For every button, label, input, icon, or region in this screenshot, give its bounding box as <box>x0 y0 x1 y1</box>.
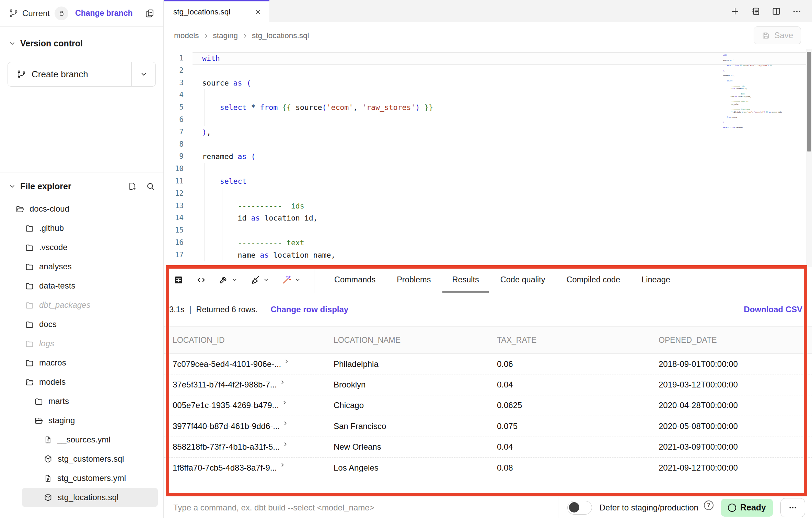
new-tab-icon[interactable] <box>730 7 740 16</box>
create-branch-dropdown[interactable] <box>131 62 155 86</box>
folder-icon <box>25 301 34 309</box>
code-line-6[interactable]: 6 <box>164 114 812 126</box>
tree-item-stg-customers-yml[interactable]: stg_customers.yml <box>0 469 163 488</box>
defer-label: Defer to staging/production <box>600 503 698 513</box>
table-row[interactable]: 1f8ffa70-7cb5-4d83-8a7f-9...Los Angeles0… <box>164 458 812 478</box>
search-icon[interactable] <box>146 182 155 191</box>
folder-icon <box>25 358 34 367</box>
tree-item-models[interactable]: models <box>0 372 163 392</box>
breadcrumb-segment[interactable]: stg_locations.sql <box>252 31 309 40</box>
code-line-4[interactable]: 4 <box>164 89 812 101</box>
code-view-icon[interactable] <box>196 275 206 285</box>
breadcrumb: modelsstagingstg_locations.sql <box>174 31 309 40</box>
breadcrumb-segment[interactable]: models <box>174 31 199 40</box>
tree-item-staging[interactable]: staging <box>0 411 163 430</box>
minimap-line: name as location_name, <box>723 95 790 98</box>
expand-row-icon[interactable] <box>284 358 290 364</box>
create-branch-button[interactable]: Create branch <box>8 62 156 87</box>
tree-item-dbt-packages[interactable]: dbt_packages <box>0 295 163 315</box>
tree-item-analyses[interactable]: analyses <box>0 257 163 276</box>
tree-item-marts[interactable]: marts <box>0 392 163 411</box>
new-file-icon[interactable] <box>128 182 137 191</box>
cell-tax-rate: 0.0625 <box>497 401 659 410</box>
tree-item-data-tests[interactable]: data-tests <box>0 276 163 295</box>
split-columns-icon[interactable] <box>772 7 781 16</box>
tree-item-macros[interactable]: macros <box>0 353 163 372</box>
command-input[interactable] <box>164 497 558 518</box>
save-button[interactable]: Save <box>754 26 801 44</box>
breadcrumb-segment[interactable]: staging <box>213 31 238 40</box>
code-line-9[interactable]: 9renamed as ( <box>164 150 812 163</box>
change-branch-link[interactable]: Change branch <box>75 9 132 18</box>
table-row[interactable]: 005e7e1c-1935-4269-b479...Chicago0.06252… <box>164 395 812 416</box>
download-csv-link[interactable]: Download CSV <box>744 305 802 314</box>
panel-tab-problems[interactable]: Problems <box>397 267 431 293</box>
sidebar: Current Change branch Version control Cr… <box>0 0 164 518</box>
defer-toggle[interactable] <box>567 501 592 515</box>
code-line-11[interactable]: 11 select <box>164 175 812 188</box>
code-line-15[interactable]: 15 <box>164 224 812 237</box>
tab-stg-locations[interactable]: stg_locations.sql <box>164 0 269 22</box>
notebook-list-icon[interactable] <box>751 7 761 16</box>
version-control-header[interactable]: Version control <box>0 35 163 52</box>
tree-item-docs-cloud[interactable]: docs-cloud <box>0 199 163 218</box>
table-row[interactable]: 37e5f311-b7f4-4f2f-988b-7...Brooklyn0.04… <box>164 374 812 395</box>
panel-tab-compiled-code[interactable]: Compiled code <box>566 267 620 293</box>
code-editor[interactable]: 1with23source as (45 select * from {{ so… <box>164 49 812 267</box>
expand-row-icon[interactable] <box>282 400 288 406</box>
expand-row-icon[interactable] <box>282 420 288 426</box>
table-row[interactable]: 3977f440-b87d-461b-9dd6-...San Francisco… <box>164 416 812 437</box>
tree-item--vscode[interactable]: .vscode <box>0 238 163 257</box>
minimap-line: select * from renamed <box>723 126 790 129</box>
tree-item-logs[interactable]: logs <box>0 334 163 353</box>
code-line-10[interactable]: 10 <box>164 163 812 175</box>
minimap[interactable]: withsource as ( select * from {{ source(… <box>723 54 790 136</box>
code-line-12[interactable]: 12 <box>164 188 812 200</box>
format-dropdown[interactable] <box>250 275 269 285</box>
expand-row-icon[interactable] <box>280 462 286 468</box>
expand-row-icon[interactable] <box>282 441 288 447</box>
code-line-14[interactable]: 14 id as location_id, <box>164 212 812 224</box>
folder-open-icon <box>34 416 43 425</box>
create-branch-main[interactable]: Create branch <box>8 62 131 86</box>
cell-opened-date: 2021-03-09T00:00:00 <box>659 442 812 452</box>
editor-scrollbar-track[interactable] <box>806 49 812 267</box>
help-icon[interactable]: ? <box>704 500 714 510</box>
editor-scrollbar-thumb[interactable] <box>807 52 811 151</box>
table-view-icon[interactable] <box>173 275 184 285</box>
table-row[interactable]: 858218fb-73f7-4b1b-a31f-5...New Orleans0… <box>164 437 812 458</box>
panel-tab-code-quality[interactable]: Code quality <box>500 267 545 293</box>
tree-item-stg-customers-sql[interactable]: stg_customers.sql <box>0 449 163 469</box>
code-line-17[interactable]: 17 name as location_name, <box>164 249 812 261</box>
code-line-8[interactable]: 8 <box>164 138 812 151</box>
panel-tab-results[interactable]: Results <box>452 267 479 293</box>
table-row[interactable]: 7c079cea-5ed4-4101-906e-...Philadelphia0… <box>164 354 812 374</box>
status-badge[interactable]: Ready <box>721 499 773 517</box>
tree-item--github[interactable]: .github <box>0 218 163 238</box>
ai-assist-dropdown[interactable] <box>282 275 301 285</box>
line-number: 13 <box>164 200 193 212</box>
code-line-3[interactable]: 3source as ( <box>164 77 812 89</box>
close-icon[interactable] <box>254 8 262 16</box>
code-line-7[interactable]: 7), <box>164 126 812 138</box>
panel-tab-commands[interactable]: Commands <box>334 267 375 293</box>
code-line-16[interactable]: 16 ---------- text <box>164 237 812 249</box>
code-line-1[interactable]: 1with <box>164 52 812 65</box>
code-line-2[interactable]: 2 <box>164 65 812 77</box>
code-line-13[interactable]: 13 ---------- ids <box>164 200 812 212</box>
tree-item-stg-locations-sql[interactable]: stg_locations.sql <box>22 488 158 507</box>
build-tools-dropdown[interactable] <box>219 275 238 285</box>
change-row-display-link[interactable]: Change row display <box>270 305 348 314</box>
code-line-5[interactable]: 5 select * from {{ source('ecom', 'raw_s… <box>164 101 812 114</box>
folder-icon <box>25 281 34 290</box>
panel-tab-lineage[interactable]: Lineage <box>641 267 670 293</box>
tree-item-docs[interactable]: docs <box>0 315 163 334</box>
more-actions-button[interactable] <box>780 498 805 517</box>
minimap-line: select <box>723 80 790 82</box>
expand-row-icon[interactable] <box>280 379 286 385</box>
file-icon <box>44 474 52 483</box>
copy-icon[interactable] <box>145 9 154 18</box>
more-options-icon[interactable] <box>792 7 802 16</box>
file-explorer-header[interactable]: File explorer <box>0 178 163 194</box>
tree-item--sources-yml[interactable]: __sources.yml <box>0 430 163 449</box>
